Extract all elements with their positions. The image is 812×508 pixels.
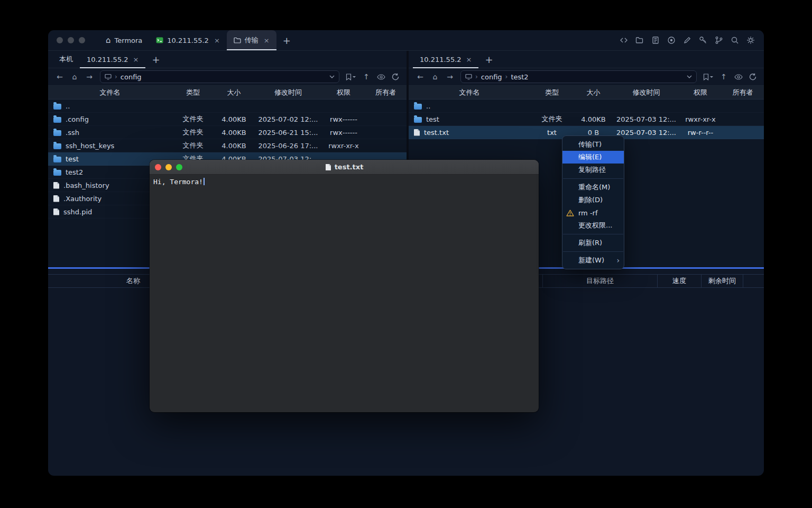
tab-remote-host[interactable]: 10.211.55.2 × (80, 51, 145, 68)
file-table-header: 文件名 类型 大小 修改时间 权限 所有者 (48, 86, 407, 99)
folder-icon (53, 157, 61, 162)
menu-item-label: 传输(T) (578, 140, 602, 149)
column-header-size[interactable]: 大小 (214, 88, 254, 97)
menu-item-transfer[interactable]: 传输(T) (562, 138, 624, 151)
folder-icon[interactable] (635, 35, 644, 45)
zoom-button[interactable] (79, 37, 85, 43)
menu-item-copy-path[interactable]: 复制路径 (562, 164, 624, 176)
close-icon[interactable]: × (264, 37, 270, 44)
column-header-perm[interactable]: 权限 (679, 88, 722, 97)
column-header-owner[interactable]: 所有者 (722, 88, 764, 97)
file-name: ssh_host_keys (66, 142, 114, 150)
key-icon[interactable] (698, 35, 708, 45)
cell-size: 4.00KB (214, 115, 254, 123)
menu-item-new[interactable]: 新建(W) › (562, 254, 624, 267)
column-header-mtime[interactable]: 修改时间 (254, 88, 322, 97)
editor-content[interactable]: Hi, Termora! (150, 175, 539, 189)
forward-button[interactable]: → (83, 70, 96, 83)
new-tab-button[interactable]: + (478, 51, 499, 68)
back-button[interactable]: ← (53, 70, 66, 83)
menu-item-refresh[interactable]: 刷新(R) (562, 237, 624, 249)
breadcrumb-segment[interactable]: config (121, 73, 142, 81)
file-row-parent[interactable]: .. (409, 99, 764, 113)
cell-mtime: 2025-07-02 12:... (254, 115, 322, 123)
file-name: .. (66, 102, 70, 110)
breadcrumb-separator: › (475, 73, 478, 80)
bookmark-button[interactable] (701, 70, 715, 83)
file-row-ssh[interactable]: .ssh 文件夹 4.00KB 2025-06-21 15:... rwx---… (48, 126, 407, 139)
menu-item-change-permissions[interactable]: 更改权限... (562, 219, 624, 232)
minimize-button[interactable] (68, 37, 74, 43)
menu-item-rm-rf[interactable]: rm -rf (562, 206, 624, 219)
home-button[interactable]: ⌂ (68, 70, 81, 83)
warning-icon (566, 210, 574, 216)
menu-item-edit[interactable]: 编辑(E) (562, 151, 624, 164)
gear-icon[interactable] (746, 35, 755, 45)
tab-termora-home[interactable]: ⌂ Termora (99, 30, 149, 50)
file-name: test.txt (424, 129, 449, 137)
breadcrumb-separator: › (115, 73, 117, 80)
path-bar[interactable]: › config › test2 (460, 70, 697, 83)
menu-item-delete[interactable]: 删除(D) (562, 194, 624, 206)
bookmark-button[interactable] (344, 70, 358, 83)
column-header-size[interactable]: 大小 (574, 88, 613, 97)
refresh-button[interactable] (390, 70, 401, 83)
column-header-mtime[interactable]: 修改时间 (613, 88, 679, 97)
column-header-perm[interactable]: 权限 (322, 88, 365, 97)
branch-icon[interactable] (714, 35, 724, 45)
back-button[interactable]: ← (414, 70, 427, 83)
menu-item-rename[interactable]: 重命名(M) (562, 181, 624, 194)
close-button[interactable] (57, 37, 63, 43)
path-bar[interactable]: › config (100, 70, 339, 83)
up-directory-button[interactable]: ↑ (360, 70, 373, 83)
tab-label: Termora (115, 37, 143, 44)
breadcrumb-segment[interactable]: test2 (511, 73, 528, 81)
breadcrumb-segment[interactable]: config (481, 73, 502, 81)
tab-transfer[interactable]: 传输 × (227, 30, 276, 50)
file-row-config[interactable]: .config 文件夹 4.00KB 2025-07-02 12:... rwx… (48, 113, 407, 126)
computer-icon (465, 74, 472, 80)
cell-size: 4.00KB (214, 129, 254, 137)
editor-titlebar: test.txt (150, 160, 539, 175)
new-tab-button[interactable]: + (145, 51, 166, 68)
home-button[interactable]: ⌂ (429, 70, 441, 83)
file-row-ssh-host-keys[interactable]: ssh_host_keys 文件夹 4.00KB 2025-06-26 17:.… (48, 139, 407, 152)
close-icon[interactable]: × (133, 56, 139, 64)
show-hidden-files-button[interactable] (732, 70, 745, 83)
search-icon[interactable] (730, 35, 740, 45)
close-icon[interactable]: × (214, 37, 220, 44)
close-icon[interactable]: × (466, 56, 472, 64)
up-directory-button[interactable]: ↑ (717, 70, 730, 83)
record-icon[interactable] (667, 35, 676, 45)
file-row-test[interactable]: test 文件夹 4.00KB 2025-07-03 12:... rwxr-x… (409, 113, 764, 126)
edit-icon[interactable] (682, 35, 692, 45)
tab-ssh-session[interactable]: 10.211.55.2 × (149, 30, 226, 50)
forward-button[interactable]: → (444, 70, 456, 83)
show-hidden-files-button[interactable] (375, 70, 387, 83)
chevron-down-icon[interactable] (687, 75, 692, 78)
menu-separator (563, 178, 623, 179)
file-name: test (426, 115, 439, 123)
tab-remote-host[interactable]: 10.211.55.2 × (413, 51, 478, 68)
column-header-filename[interactable]: 文件名 (48, 88, 172, 97)
zoom-button[interactable] (176, 164, 182, 170)
right-pane-tab-bar: 10.211.55.2 × + (409, 51, 764, 68)
tab-local-machine[interactable]: 本机 (52, 51, 80, 68)
chevron-down-icon[interactable] (329, 75, 335, 78)
code-icon[interactable] (619, 35, 629, 45)
log-icon[interactable] (651, 35, 660, 45)
column-header-filename[interactable]: 文件名 (409, 88, 530, 97)
left-pane-toolbar: ← ⌂ → › config ↑ (48, 68, 407, 86)
file-row-parent[interactable]: .. (48, 99, 407, 113)
column-header-type[interactable]: 类型 (530, 88, 574, 97)
close-button[interactable] (155, 164, 161, 170)
refresh-button[interactable] (747, 70, 759, 83)
chevron-down-icon (353, 76, 356, 79)
minimize-button[interactable] (165, 164, 172, 170)
column-header-type[interactable]: 类型 (172, 88, 214, 97)
new-tab-button[interactable]: + (276, 30, 297, 50)
file-name: .bash_history (63, 182, 109, 189)
cell-perm: rwxr-xr-x (679, 115, 722, 123)
column-header-owner[interactable]: 所有者 (365, 88, 407, 97)
file-icon (53, 208, 59, 215)
